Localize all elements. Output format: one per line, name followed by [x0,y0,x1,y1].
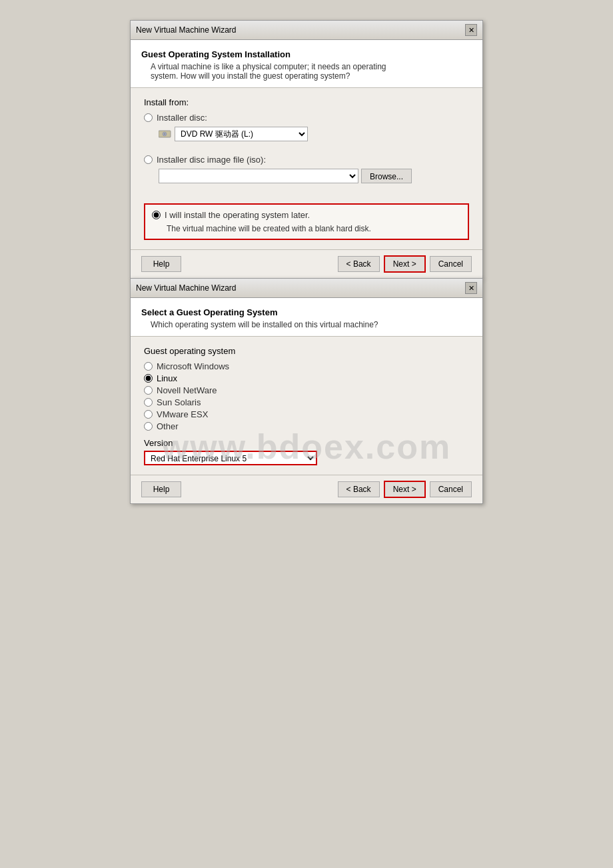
dialog1-back-button[interactable]: < Back [338,256,380,272]
dialog1-close-button[interactable]: ✕ [465,24,477,36]
dialog1-header-title: Guest Operating System Installation [141,49,472,59]
installer-disc-radio[interactable] [144,113,153,122]
spacer2 [144,190,469,197]
os-novell-label: Novell NetWare [157,385,217,395]
dialog1-title: New Virtual Machine Wizard [136,25,237,35]
dvd-icon [159,129,172,139]
dialog1-header-desc2: system. How will you install the guest o… [151,71,472,81]
dialog2-header-title: Select a Guest Operating System [141,307,472,317]
install-from-label: Install from: [144,97,469,107]
os-windows-label: Microsoft Windows [157,361,229,371]
installer-iso-label: Installer disc image file (iso): [157,155,266,165]
dialog1-header-desc1: A virtual machine is like a physical com… [151,62,472,71]
os-solaris-radio[interactable] [144,398,153,407]
dialog2-footer: Help < Back Next > Cancel [131,475,482,503]
os-vmwareesx-radio[interactable] [144,410,153,419]
os-windows-radio[interactable] [144,362,153,371]
dialog2-titlebar: New Virtual Machine Wizard ✕ [131,279,482,298]
os-solaris-row: Sun Solaris [144,397,469,407]
dialog2-title: New Virtual Machine Wizard [136,283,237,293]
os-other-row: Other [144,421,469,431]
installer-iso-row: Installer disc image file (iso): [144,155,469,165]
iso-select-row: Browse... [159,169,469,183]
dialog2-help-button[interactable]: Help [141,481,181,497]
dialog2-close-button[interactable]: ✕ [465,282,477,294]
dialog2-header-desc: Which operating system will be installed… [151,320,472,329]
svg-point-2 [164,133,165,135]
installer-disc-label: Installer disc: [157,113,207,123]
os-other-label: Other [157,421,179,431]
os-linux-radio[interactable] [144,374,153,383]
dialog1-header: Guest Operating System Installation A vi… [131,40,482,88]
install-later-radio[interactable] [152,211,161,219]
dialog2: New Virtual Machine Wizard ✕ Select a Gu… [130,278,483,504]
dvd-block: DVD RW 驱动器 (L:) [159,127,469,141]
dialog2-body: Guest operating system Microsoft Windows… [131,337,482,475]
dvd-drive-select[interactable]: DVD RW 驱动器 (L:) [175,127,308,141]
browse-button[interactable]: Browse... [361,169,412,183]
dialog1-titlebar: New Virtual Machine Wizard ✕ [131,21,482,40]
install-later-box: I will install the operating system late… [144,203,469,240]
dialog1-footer: Help < Back Next > Cancel [131,249,482,278]
os-other-radio[interactable] [144,422,153,431]
version-select[interactable]: Red Hat Enterprise Linux 5 [144,451,317,465]
spacer1 [144,148,469,155]
installer-disc-row: Installer disc: [144,113,469,123]
dialog2-header: Select a Guest Operating System Which op… [131,298,482,337]
dialog1-help-button[interactable]: Help [141,256,181,272]
iso-path-select[interactable] [159,169,358,183]
dialog1: New Virtual Machine Wizard ✕ Guest Opera… [130,20,483,279]
installer-iso-radio[interactable] [144,155,153,164]
os-vmwareesx-row: VMware ESX [144,409,469,419]
os-windows-row: Microsoft Windows [144,361,469,371]
iso-block: Browse... [159,169,469,183]
guest-os-label: Guest operating system [144,346,469,356]
os-novell-row: Novell NetWare [144,385,469,395]
dialog2-next-button[interactable]: Next > [384,481,426,498]
os-linux-row: Linux [144,373,469,383]
install-later-row: I will install the operating system late… [152,210,461,220]
dialog2-cancel-button[interactable]: Cancel [430,481,472,497]
guest-os-list: Microsoft Windows Linux Novell NetWare S… [144,361,469,431]
os-vmwareesx-label: VMware ESX [157,409,208,419]
os-solaris-label: Sun Solaris [157,397,201,407]
version-section: Version Red Hat Enterprise Linux 5 [144,438,469,465]
dialog1-body: Install from: Installer disc: DVD RW 驱动器… [131,88,482,249]
os-linux-label: Linux [157,373,177,383]
dialog2-back-button[interactable]: < Back [338,481,380,497]
install-later-label: I will install the operating system late… [165,210,310,220]
dialog1-next-button[interactable]: Next > [384,255,426,273]
install-later-desc: The virtual machine will be created with… [167,224,461,233]
dialog1-cancel-button[interactable]: Cancel [430,256,472,272]
dvd-select-row: DVD RW 驱动器 (L:) [159,127,469,141]
os-novell-radio[interactable] [144,386,153,395]
version-label: Version [144,438,469,448]
